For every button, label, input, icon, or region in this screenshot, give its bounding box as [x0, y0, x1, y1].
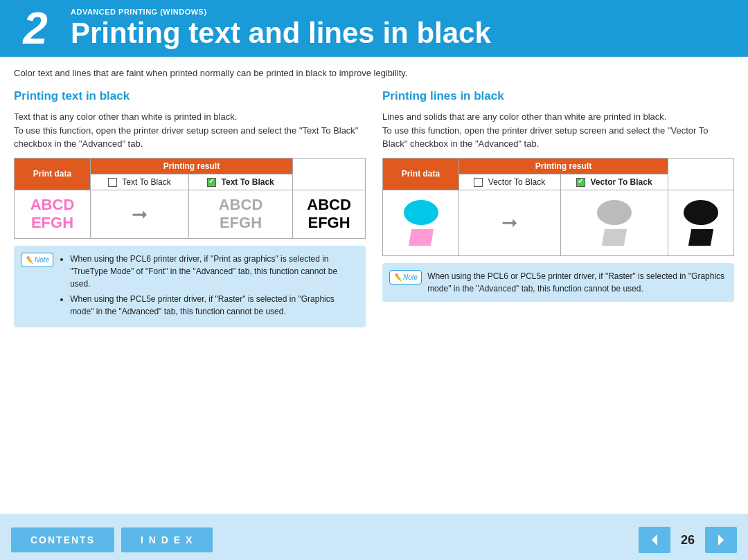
- left-unchecked-label: Text To Black: [122, 177, 170, 187]
- right-note-content: When using the PCL6 or PCL5e printer dri…: [427, 270, 726, 295]
- page-footer: CONTENTS I N D E X 26: [0, 520, 748, 560]
- left-sample-black-text: ABCDEFGH: [297, 196, 361, 233]
- arrow-icon: ➞: [132, 204, 148, 225]
- page-number: 26: [677, 533, 698, 548]
- left-print-data-header: Print data: [15, 158, 91, 190]
- right-unchecked-label: Vector To Black: [488, 177, 546, 187]
- pink-rect-shape: [408, 229, 433, 246]
- svg-marker-1: [718, 534, 724, 545]
- intro-text: Color text and lines that are faint when…: [14, 68, 734, 78]
- left-column: Printing text in black Text that is any …: [14, 89, 366, 327]
- right-shape-unchecked-cell: [565, 196, 664, 250]
- left-note-badge: ✏️ Note: [21, 253, 53, 267]
- right-shape-data-cell: [387, 196, 454, 250]
- right-checked-result-cell: [668, 190, 733, 255]
- right-section-desc: Lines and solids that are any color othe…: [382, 110, 734, 151]
- left-note-box: ✏️ Note When using the PCL6 printer driv…: [14, 246, 366, 327]
- gray-ellipse-shape: [597, 200, 632, 225]
- main-content: Color text and lines that are faint when…: [0, 57, 748, 514]
- right-unchecked-col-header: Vector To Black: [459, 174, 561, 190]
- left-section-title: Printing text in black: [14, 89, 366, 103]
- left-print-data-cell: ABCDEFGH: [15, 190, 91, 238]
- header-text-group: ADVANCED PRINTING (WINDOWS) Printing tex…: [71, 8, 491, 49]
- right-print-data-header: Print data: [383, 158, 459, 190]
- chapter-number: 2: [11, 6, 60, 51]
- right-checked-label: Vector To Black: [590, 177, 652, 187]
- right-print-data-cell: [383, 190, 459, 255]
- right-checkbox-empty-icon: [474, 178, 483, 187]
- right-note-badge: ✏️ Note: [389, 270, 422, 284]
- contents-button[interactable]: CONTENTS: [11, 527, 114, 552]
- right-arrow-icon: ➞: [501, 212, 517, 233]
- next-arrow-icon: [714, 533, 728, 547]
- header-subtitle: ADVANCED PRINTING (WINDOWS): [71, 8, 491, 16]
- index-button[interactable]: I N D E X: [121, 527, 213, 552]
- checkbox-checked-icon: [207, 178, 216, 187]
- left-note-badge-label: Note: [35, 255, 49, 265]
- right-checked-col-header: Vector To Black: [560, 174, 668, 190]
- right-note-badge-label: Note: [403, 272, 418, 282]
- pencil-icon: ✏️: [25, 255, 33, 265]
- left-sample-gray-text: ABCDEFGH: [193, 196, 288, 233]
- left-checked-result-cell: ABCDEFGH: [293, 190, 366, 238]
- header-title: Printing text and lines in black: [71, 17, 491, 49]
- right-section-title: Printing lines in black: [382, 89, 734, 103]
- cyan-ellipse-shape: [404, 200, 438, 225]
- right-printing-result-header: Printing result: [459, 158, 668, 174]
- left-note-item-2: When using the PCL5e printer driver, if …: [70, 293, 357, 318]
- two-col-layout: Printing text in black Text that is any …: [14, 89, 734, 327]
- right-column: Printing lines in black Lines and solids…: [382, 89, 734, 327]
- left-printing-result-header: Printing result: [91, 158, 293, 174]
- page-header: 2 ADVANCED PRINTING (WINDOWS) Printing t…: [0, 0, 748, 57]
- right-shape-checked-cell: [673, 196, 729, 250]
- left-note-content: When using the PCL6 printer driver, if "…: [59, 253, 357, 320]
- left-unchecked-col-header: Text To Black: [91, 174, 189, 190]
- next-page-button[interactable]: [705, 527, 737, 553]
- svg-marker-0: [652, 534, 657, 545]
- left-checked-label: Text To Black: [222, 177, 274, 187]
- gray-rect-shape: [602, 229, 627, 246]
- black-ellipse-shape: [684, 200, 718, 225]
- prev-arrow-icon: [648, 533, 661, 547]
- black-rect-shape: [688, 229, 713, 246]
- prev-page-button[interactable]: [639, 527, 670, 553]
- left-unchecked-result-cell: ABCDEFGH: [188, 190, 292, 238]
- left-section-desc: Text that is any color other than white …: [14, 110, 366, 151]
- left-note-item-1: When using the PCL6 printer driver, if "…: [70, 253, 357, 290]
- footer-nav: 26: [639, 527, 737, 553]
- left-sample-pink-text: ABCDEFGH: [19, 196, 86, 233]
- left-checked-col-header: Text To Black: [188, 174, 292, 190]
- right-pencil-icon: ✏️: [393, 272, 402, 282]
- left-arrow-cell: ➞: [91, 190, 189, 238]
- right-checkbox-checked-icon: [576, 178, 585, 187]
- right-unchecked-result-cell: [560, 190, 668, 255]
- left-print-table: Print data Printing result Text To Black…: [14, 158, 366, 239]
- right-arrow-cell: ➞: [459, 190, 561, 255]
- right-print-table: Print data Printing result Vector To Bla…: [382, 158, 734, 256]
- checkbox-empty-icon: [108, 178, 117, 187]
- right-note-box: ✏️ Note When using the PCL6 or PCL5e pri…: [382, 263, 734, 302]
- right-note-text: When using the PCL6 or PCL5e printer dri…: [427, 271, 724, 293]
